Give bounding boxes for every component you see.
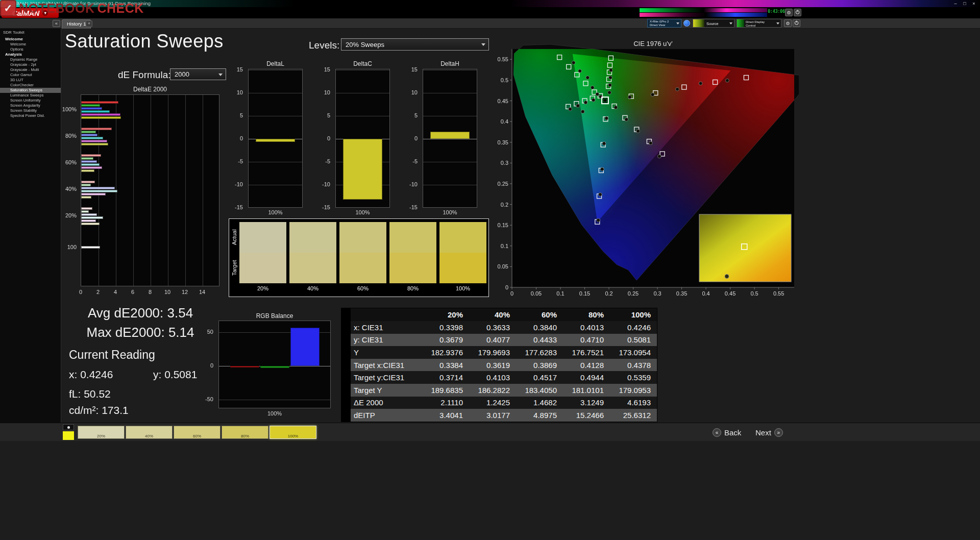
table-value: 0.3619 <box>470 359 517 372</box>
de-bar <box>81 113 120 116</box>
source-selector[interactable]: Source <box>693 19 734 28</box>
row-notch <box>341 409 351 422</box>
next-button[interactable]: Next » <box>755 426 783 438</box>
table-value: 181.0101 <box>564 384 611 397</box>
delta-c-chart[interactable] <box>335 69 390 208</box>
de-bar <box>81 207 92 210</box>
chevron-down-icon <box>776 22 779 24</box>
current-patch-swatch <box>63 431 74 440</box>
cie-1976-diagram[interactable]: 00.050.10.150.20.250.30.350.40.450.50.55… <box>493 43 799 298</box>
de-bar <box>81 219 96 222</box>
delta-l-y-axis: 151050-5-10-15 <box>229 69 245 207</box>
x-tick-label: 0.05 <box>531 290 542 297</box>
footer-swatch-80[interactable]: 80% <box>222 426 268 439</box>
y-tick-label: -5 <box>316 158 330 164</box>
measured-point <box>609 68 612 72</box>
table-value: 173.0954 <box>611 346 658 359</box>
measurement-table: 20%40%60%80%100%x: CIE310.33980.36330.38… <box>341 308 657 422</box>
measured-point <box>584 101 587 104</box>
y-tick-label: 0.35 <box>498 139 508 145</box>
table-value: 1.2425 <box>470 397 517 409</box>
chevron-down-icon <box>729 22 732 24</box>
rgb-balance-chart[interactable] <box>218 321 331 408</box>
sidebar-item-grayscale-2pt[interactable]: Grayscale - 2pt <box>0 62 61 67</box>
table-header-row: 20%40%60%80%100% <box>341 308 657 321</box>
sidebar-item-saturation-sweeps[interactable]: Saturation Sweeps <box>0 88 61 93</box>
back-arrow-icon: « <box>713 428 721 437</box>
de-bar <box>81 107 102 110</box>
x-tick-label: 0.45 <box>725 290 736 297</box>
actual-row-label: Actual <box>231 222 237 253</box>
gridline <box>423 116 477 116</box>
sidebar-item-3d-lut[interactable]: 3D LUT <box>0 78 61 83</box>
sidebar-item-screen-uniformity[interactable]: Screen Uniformity <box>0 98 61 103</box>
gridline <box>249 70 302 70</box>
delta_h-bar <box>430 132 470 139</box>
measured-point <box>725 79 729 82</box>
display-control-color-chip <box>737 19 744 27</box>
footer-swatch-40[interactable]: 40% <box>126 426 173 439</box>
measured-point <box>569 107 572 111</box>
x-tick-label: 0.15 <box>579 290 590 297</box>
measured-point <box>586 76 590 80</box>
sidebar-title: SDR Toolkit <box>3 30 24 35</box>
sidebar-item-spectral-power-dist[interactable]: Spectral Power Dist. <box>0 113 61 118</box>
display-control-selector[interactable]: Direct Display Control <box>737 19 781 28</box>
max-de2000-stat: Max dE2000: 5.14 <box>66 325 214 340</box>
sidebar-item-color-gamut[interactable]: Color Gamut <box>0 72 61 78</box>
actual-swatch-80 <box>389 222 436 253</box>
sidebar-item-screen-angularity[interactable]: Screen Angularity <box>0 103 61 108</box>
y-tick-label: 0 <box>229 135 243 141</box>
levels-select[interactable]: 20% Sweeps <box>341 38 489 51</box>
row-notch <box>341 321 351 334</box>
sidebar-item-dynamic-range[interactable]: Dynamic Range <box>0 57 61 62</box>
measured-point <box>576 104 580 108</box>
sidebar-item-luminance-sweeps[interactable]: Luminance Sweeps <box>0 93 61 98</box>
sidebar-item-welcome[interactable]: Welcome <box>0 42 61 47</box>
de-formula-label: dE Formula: <box>118 69 170 81</box>
measured-point <box>578 69 582 73</box>
footer-swatch-60[interactable]: 60% <box>174 426 220 439</box>
meter-selector[interactable]: X-Rite i1Pro 2 Direct View <box>647 19 681 28</box>
de-bar <box>81 140 107 142</box>
table-value: 179.9693 <box>470 346 517 359</box>
gridline <box>219 400 330 400</box>
table-value: 177.6283 <box>517 346 564 359</box>
avg-de2000-stat: Avg dE2000: 3.54 <box>66 305 214 321</box>
deltae-chart[interactable] <box>81 94 219 286</box>
sidebar-collapse-button[interactable]: « <box>53 20 60 27</box>
delta-c-title: DeltaC <box>335 60 390 67</box>
toolbar: « History 1 + X-Rite i1Pro 2 Direct View… <box>0 18 980 29</box>
toolbar-gear-icon[interactable]: ⚙ <box>784 19 792 27</box>
footer-swatch-20[interactable]: 20% <box>78 426 125 439</box>
toolbar-power-icon[interactable] <box>793 19 800 27</box>
y-tick-label: 0.3 <box>501 160 508 166</box>
back-button[interactable]: « Back <box>713 426 741 438</box>
rgb-balance-x-label: 100% <box>218 410 331 416</box>
footer-swatch-100[interactable]: 100% <box>270 426 316 439</box>
table-value: 25.6312 <box>611 409 658 422</box>
sidebar-item-screen-stability[interactable]: Screen Stability <box>0 108 61 113</box>
y-tick-label: 0.05 <box>498 263 508 269</box>
sidebar-section-welcome[interactable]: Welcome <box>0 37 61 42</box>
gridline <box>336 70 389 70</box>
preview-eye-icon[interactable] <box>63 424 74 430</box>
swatch-percent-label: 100% <box>439 285 486 291</box>
sidebar-item-colorchecker[interactable]: ColorChecker <box>0 83 61 88</box>
watermark-text-2: CHECK <box>97 1 143 16</box>
de-formula-select[interactable]: 2000 <box>170 68 226 80</box>
footer-swatch-label: 100% <box>270 434 316 438</box>
swatch-percent-label: 40% <box>289 285 336 291</box>
table-value: 182.9376 <box>423 346 470 359</box>
new-tab-button[interactable]: + <box>86 20 92 27</box>
swatch-percent-label: 60% <box>339 285 386 291</box>
delta-l-chart[interactable] <box>248 69 303 208</box>
measured-point <box>628 95 631 99</box>
sidebar-section-analysis[interactable]: Analysis <box>0 52 61 57</box>
sidebar-item-grayscale-multi[interactable]: Grayscale - Multi <box>0 67 61 72</box>
measured-point <box>596 92 599 96</box>
row-label: dEITP <box>351 409 423 422</box>
delta-h-chart[interactable] <box>423 69 477 208</box>
footer-swatch-label: 20% <box>78 434 124 438</box>
sidebar-item-options[interactable]: Options <box>0 47 61 52</box>
